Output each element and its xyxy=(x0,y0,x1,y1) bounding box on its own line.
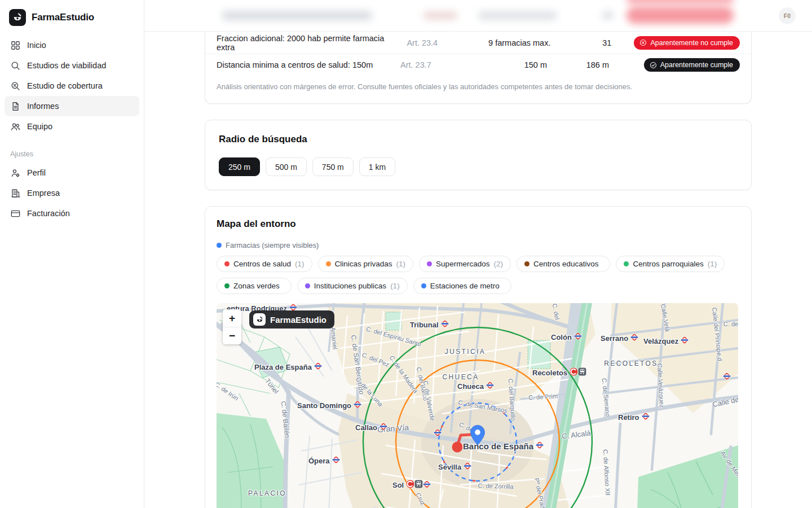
poi-chip-count: (2) xyxy=(493,260,503,268)
radius-options: 250 m 500 m 750 m 1 km xyxy=(219,157,738,176)
poi-chip-dot xyxy=(305,283,310,288)
search-icon xyxy=(10,60,21,71)
environment-map-card: Mapa del entorno Farmacias (siempre visi… xyxy=(205,206,752,508)
map-base-layer xyxy=(217,303,738,508)
poi-chip-label: Supermercados xyxy=(436,260,489,268)
sidebar-nav: Inicio Estudios de viabilidad Estudio de… xyxy=(5,35,139,137)
radius-option-button[interactable]: 750 m xyxy=(312,157,354,176)
sidebar: FarmaEstudio Inicio Estudios de viabilid… xyxy=(0,0,144,508)
user-gear-icon xyxy=(10,168,21,178)
sidebar-item-label: Perfil xyxy=(27,168,46,177)
poi-chip-label: Centros educativos xyxy=(533,260,599,268)
poi-chip-dot xyxy=(326,261,331,266)
radius-card-title: Radio de búsqueda xyxy=(219,134,738,145)
required-value-cell: 150 m xyxy=(452,60,547,69)
app-name: FarmaEstudio xyxy=(32,12,94,23)
poi-chip[interactable]: Clinicas privadas (1) xyxy=(318,256,414,272)
poi-chip-count: (1) xyxy=(390,282,400,290)
blurred-row-text xyxy=(222,11,372,20)
table-row: Fraccion adicional: 2000 hab permite far… xyxy=(205,32,751,54)
sidebar-item[interactable]: Estudios de viabilidad xyxy=(5,55,139,76)
requirement-cell: Distancia minima a centros de salud: 150… xyxy=(217,60,400,69)
blurred-row-number xyxy=(602,11,614,19)
legend-dot xyxy=(217,243,222,248)
radius-option-button[interactable]: 500 m xyxy=(266,157,307,176)
watermark-label: FarmaEstudio xyxy=(270,315,326,325)
user-avatar[interactable]: F0 xyxy=(779,7,796,24)
sidebar-item[interactable]: Equipo xyxy=(5,116,139,137)
sidebar-item-label: Facturación xyxy=(27,209,70,218)
sidebar-item[interactable]: Informes xyxy=(5,96,139,116)
document-icon xyxy=(10,101,21,112)
sidebar-item[interactable]: Empresa xyxy=(5,183,139,203)
sidebar-item-label: Estudios de viabilidad xyxy=(27,61,106,70)
poi-chip-label: Clinicas privadas xyxy=(335,260,392,268)
requirement-cell: Fraccion adicional: 2000 hab permite far… xyxy=(217,34,407,52)
actual-value-cell: 186 m xyxy=(547,60,609,69)
legend-farmacias: Farmacias (siempre visibles) xyxy=(217,241,740,249)
disclaimer-text: Análisis orientativo con márgenes de err… xyxy=(205,76,751,103)
compliance-card: Fraccion adicional: 2000 hab permite far… xyxy=(205,32,752,104)
map-watermark: FarmaEstudio xyxy=(249,310,334,329)
required-value-cell: 9 farmacias max. xyxy=(458,38,551,47)
sidebar-item[interactable]: Facturación xyxy=(5,203,139,224)
status-badge: Aparentemente no cumple xyxy=(634,36,740,50)
poi-chip-dot xyxy=(624,261,629,266)
poi-chip[interactable]: Centros educativos xyxy=(517,256,611,272)
app-logo: FarmaEstudio xyxy=(5,8,139,35)
zoom-in-button[interactable]: + xyxy=(223,309,241,327)
poi-chip[interactable]: Instituciones publicas (1) xyxy=(297,278,408,294)
status-cell: Aparentemente no cumple xyxy=(611,36,740,50)
poi-chip-dot xyxy=(224,261,230,266)
poi-chip-dot xyxy=(421,283,426,288)
poi-chip-count: (1) xyxy=(295,260,304,268)
search-radius-card: Radio de búsqueda 250 m 500 m 750 m xyxy=(205,120,752,190)
blurred-status-badge xyxy=(626,7,734,24)
status-label: Aparentemente no cumple xyxy=(650,39,733,47)
sidebar-item[interactable]: Estudio de cobertura xyxy=(5,76,139,96)
poi-chip-label: Centros de salud xyxy=(233,260,291,268)
sidebar-settings-nav: Perfil Empresa Facturación xyxy=(5,163,139,224)
status-cell: Aparentemente cumple xyxy=(609,58,740,72)
poi-chip[interactable]: Supermercados (2) xyxy=(419,256,511,272)
map-zoom-control: + − xyxy=(223,309,241,344)
poi-filter-chips: Centros de salud (1) Clinicas privadas (… xyxy=(217,256,740,294)
search-x-icon xyxy=(10,81,21,91)
poi-chip[interactable]: Estaciones de metro xyxy=(413,278,511,294)
grid-icon xyxy=(10,40,21,51)
poi-chip-dot xyxy=(224,283,230,288)
top-header: F0 xyxy=(144,0,812,32)
poi-chip-count: (1) xyxy=(396,260,406,268)
mortar-pestle-icon xyxy=(255,316,264,324)
article-cell: Art. 23.4 xyxy=(407,38,457,47)
article-cell: Art. 23.7 xyxy=(400,60,452,69)
radius-option-button[interactable]: 250 m xyxy=(219,157,260,176)
sidebar-item-label: Inicio xyxy=(27,41,46,50)
poi-chip-dot xyxy=(524,261,529,266)
poi-chip[interactable]: Centros de salud (1) xyxy=(217,256,312,272)
poi-chip-count: (1) xyxy=(708,260,717,268)
sidebar-item[interactable]: Inicio xyxy=(5,35,139,55)
sidebar-item-label: Empresa xyxy=(27,189,60,198)
credit-card-icon xyxy=(10,208,21,219)
poi-chip[interactable]: Centros parroquiales (1) xyxy=(616,256,725,272)
zoom-out-button[interactable]: − xyxy=(223,327,241,344)
sidebar-item-label: Equipo xyxy=(27,122,52,131)
map[interactable]: JUSTICIA CHUECA RECOLETOS PALACIO C. de … xyxy=(217,303,738,508)
radius-option-button[interactable]: 1 km xyxy=(359,157,395,176)
status-label: Aparentemente cumple xyxy=(660,61,733,69)
poi-chip-label: Zonas verdes xyxy=(233,282,280,290)
poi-chip-dot xyxy=(427,261,432,266)
mortar-pestle-icon xyxy=(12,12,23,23)
sidebar-item-label: Informes xyxy=(27,102,59,111)
legend-farmacias-label: Farmacias (siempre visibles) xyxy=(226,241,319,249)
main-content: Fraccion adicional: 2000 hab permite far… xyxy=(144,0,812,508)
map-card-title: Mapa del entorno xyxy=(217,218,740,230)
building-icon xyxy=(10,188,21,199)
mortar-pestle-icon xyxy=(253,313,266,326)
poi-chip-label: Centros parroquiales xyxy=(633,260,703,268)
poi-chip[interactable]: Zonas verdes xyxy=(217,278,292,294)
sidebar-item-label: Estudio de cobertura xyxy=(27,81,103,90)
blurred-row-article xyxy=(423,12,457,19)
sidebar-item[interactable]: Perfil xyxy=(5,163,139,183)
